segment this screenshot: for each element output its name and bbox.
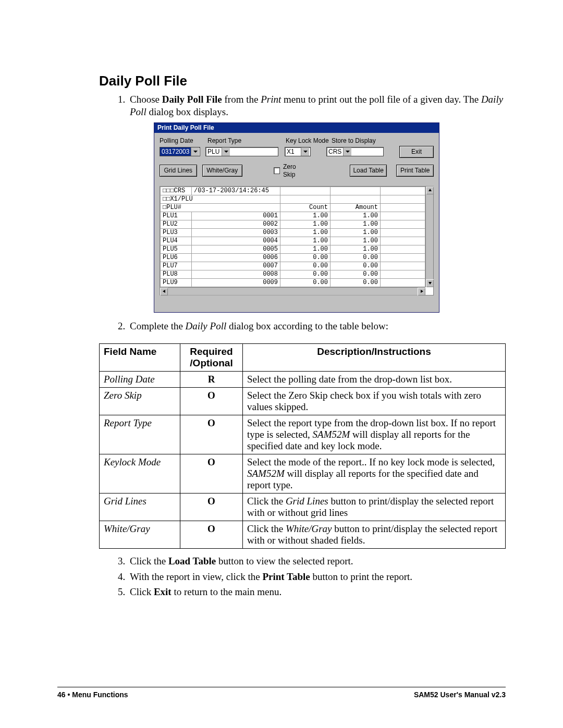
cell-required-optional: O — [180, 454, 243, 493]
store-value: CRS — [327, 147, 343, 156]
cell: PLU1 — [161, 212, 192, 220]
grid-lines-button[interactable]: Grid Lines — [160, 165, 197, 177]
text: Click — [130, 586, 154, 597]
cell: 0.00 — [280, 262, 331, 270]
report-type-combo[interactable]: PLU — [205, 147, 278, 156]
checkbox-icon — [274, 167, 280, 174]
cell-field-name: Report Type — [100, 415, 180, 454]
cell: 0001 — [192, 212, 280, 220]
cell: 1.00 — [331, 220, 381, 228]
svg-marker-4 — [429, 189, 432, 191]
text: menu to print out the poll file of a giv… — [281, 94, 481, 105]
cell-required-optional: R — [180, 371, 243, 387]
text-italic: Print — [261, 94, 281, 105]
cell-field-name: Polling Date — [100, 371, 180, 387]
cell: 0005 — [192, 245, 280, 253]
text-bold: Load Table — [168, 556, 216, 566]
chevron-down-icon[interactable] — [301, 147, 309, 156]
horizontal-scrollbar[interactable] — [160, 287, 425, 295]
cell — [381, 237, 425, 245]
cell: 1.00 — [331, 228, 381, 237]
step-1: Choose Daily Poll File from the Print me… — [128, 93, 506, 313]
cell — [381, 187, 425, 195]
text: Click the — [130, 556, 168, 566]
step-4: With the report in view, click the Print… — [128, 571, 506, 583]
cell: Count — [280, 203, 331, 212]
step-5: Click Exit to return to the main menu. — [128, 586, 506, 598]
report-table: □□□CRS/03-17-2003/14:26:45 □□X1/PLU □PLU… — [160, 187, 425, 295]
cell: Amount — [331, 203, 381, 212]
cell: 0006 — [192, 253, 280, 262]
cell — [381, 262, 425, 270]
zero-skip-checkbox[interactable]: Zero Skip — [274, 163, 308, 179]
cell: /03-17-2003/14:26:45 — [192, 187, 280, 195]
cell: PLU3 — [161, 228, 192, 237]
label-key-lock-mode: Key Lock Mode — [286, 137, 332, 145]
table-row: Zero SkipOSelect the Zero Skip check box… — [100, 387, 506, 415]
text-bold: Daily Poll File — [162, 94, 222, 105]
cell-description: Click the White/Gray button to print/dis… — [243, 521, 506, 548]
exit-button[interactable]: Exit — [399, 146, 434, 158]
cell: □□X1/PLU — [161, 195, 280, 203]
chevron-down-icon[interactable] — [222, 147, 230, 156]
table-row: PLU400041.001.00 — [161, 237, 425, 245]
scroll-down-icon[interactable] — [426, 279, 434, 287]
cell-field-name: Zero Skip — [100, 387, 180, 415]
svg-marker-3 — [346, 151, 350, 153]
cell: 0009 — [192, 278, 280, 287]
chevron-down-icon[interactable] — [191, 147, 199, 156]
scroll-up-icon[interactable] — [426, 187, 434, 194]
cell-required-optional: O — [180, 387, 243, 415]
cell — [381, 212, 425, 220]
field-description-table: Field Name Required/Optional Description… — [99, 343, 506, 549]
text: from the — [222, 94, 261, 105]
step-3: Click the Load Table button to view the … — [128, 555, 506, 567]
key-lock-mode-combo[interactable]: X1 — [285, 147, 311, 156]
chevron-down-icon[interactable] — [343, 147, 351, 156]
table-row: White/GrayOClick the White/Gray button t… — [100, 521, 506, 548]
cell: 1.00 — [280, 237, 331, 245]
text: button to print the report. — [310, 571, 412, 582]
table-row: PLU900090.000.00 — [161, 278, 425, 287]
svg-marker-2 — [303, 151, 308, 153]
cell: 0.00 — [331, 262, 381, 270]
polling-date-combo[interactable]: 03172003 — [160, 147, 200, 156]
table-row: Polling DateRSelect the polling date fro… — [100, 371, 506, 387]
svg-marker-0 — [193, 151, 198, 153]
text: Complete the — [130, 320, 186, 331]
cell — [381, 270, 425, 278]
text: With the report in view, click the — [130, 571, 262, 582]
label-polling-date: Polling Date — [160, 137, 205, 145]
cell-description: Click the Grid Lines button to print/dis… — [243, 493, 506, 521]
text-bold: Print Table — [262, 571, 310, 582]
load-table-button[interactable]: Load Table — [350, 165, 387, 177]
cell-description: Select the report type from the drop-dow… — [243, 415, 506, 454]
scroll-left-icon[interactable] — [160, 288, 168, 295]
cell-description: Select the Zero Skip check box if you wi… — [243, 387, 506, 415]
cell — [381, 245, 425, 253]
cell-field-name: White/Gray — [100, 521, 180, 548]
table-row: PLU800080.000.00 — [161, 270, 425, 278]
cell: 0.00 — [331, 278, 381, 287]
table-row: PLU700070.000.00 — [161, 262, 425, 270]
cell: 1.00 — [280, 228, 331, 237]
report-grid[interactable]: □□□CRS/03-17-2003/14:26:45 □□X1/PLU □PLU… — [160, 186, 434, 295]
cell: 0003 — [192, 228, 280, 237]
print-daily-poll-dialog: Print Daily Poll File Polling Date Repor… — [154, 122, 439, 313]
report-type-value: PLU — [206, 147, 222, 156]
text-italic: Daily Poll — [186, 320, 227, 331]
cell: 0007 — [192, 262, 280, 270]
cell-description: Select the mode of the report.. If no ke… — [243, 454, 506, 493]
polling-date-value: 03172003 — [160, 147, 191, 156]
store-to-display-combo[interactable]: CRS — [326, 147, 384, 156]
svg-marker-1 — [224, 151, 228, 153]
cell-field-name: Grid Lines — [100, 493, 180, 521]
scroll-right-icon[interactable] — [418, 288, 425, 295]
table-row: PLU200021.001.00 — [161, 220, 425, 228]
white-gray-button[interactable]: White/Gray — [202, 165, 242, 177]
section-heading: Daily Poll File — [99, 73, 506, 89]
print-table-button[interactable]: Print Table — [396, 165, 434, 177]
cell: PLU8 — [161, 270, 192, 278]
vertical-scrollbar[interactable] — [425, 187, 433, 287]
cell: 1.00 — [331, 237, 381, 245]
